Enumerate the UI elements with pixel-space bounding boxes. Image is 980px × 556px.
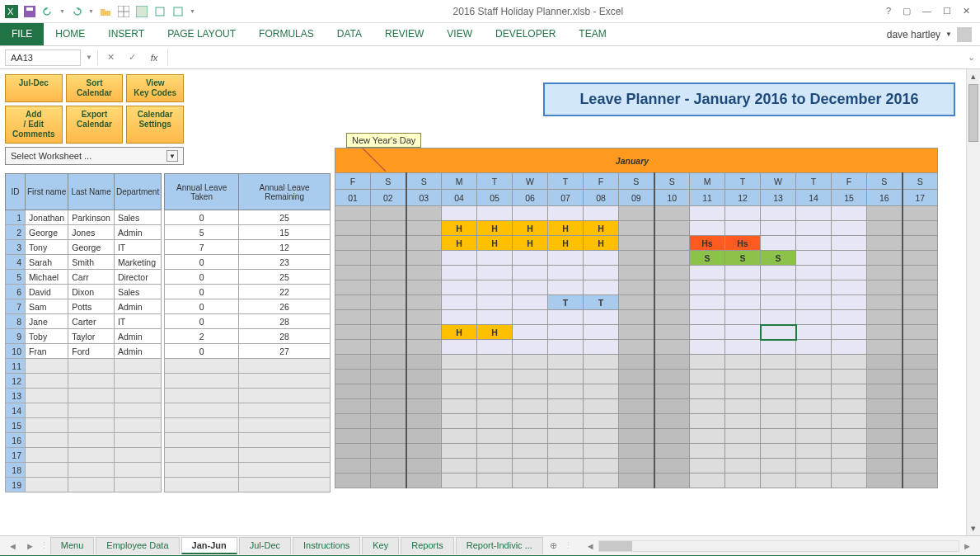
cal-cell[interactable] — [725, 280, 761, 295]
cal-cell[interactable] — [903, 206, 938, 221]
emp-remaining[interactable]: 28 — [239, 329, 331, 344]
cal-cell[interactable] — [796, 444, 832, 459]
cal-cell[interactable] — [442, 310, 477, 325]
cal-cell[interactable] — [513, 355, 548, 370]
redo-dropdown[interactable]: ▼ — [88, 8, 94, 14]
emp-remaining[interactable]: 25 — [239, 270, 331, 285]
cal-cell[interactable] — [406, 206, 442, 221]
cal-cell[interactable] — [725, 355, 761, 370]
cal-cell[interactable]: Hs — [690, 236, 725, 251]
cal-cell[interactable] — [690, 370, 725, 384]
emp-last[interactable]: Potts — [68, 299, 115, 314]
cal-cell[interactable] — [513, 325, 548, 340]
cal-cell[interactable] — [761, 355, 796, 370]
cal-cell[interactable] — [654, 384, 690, 399]
cal-cell[interactable] — [442, 384, 477, 399]
cal-cell[interactable] — [867, 295, 903, 310]
tab-insert[interactable]: INSERT — [96, 23, 156, 45]
cal-cell[interactable] — [477, 340, 513, 355]
cal-cell[interactable] — [761, 280, 796, 295]
cal-cell[interactable]: H — [477, 325, 513, 340]
cal-cell[interactable] — [584, 325, 619, 340]
cal-cell[interactable]: T — [548, 295, 584, 310]
ctrl-calendar-settings[interactable]: CalendarSettings — [126, 106, 184, 144]
cal-cell[interactable] — [903, 444, 938, 459]
emp-taken[interactable]: 0 — [165, 299, 239, 314]
tab-page-layout[interactable]: PAGE LAYOUT — [156, 23, 247, 45]
cal-cell[interactable] — [867, 474, 903, 488]
sheet-tab-reports[interactable]: Reports — [401, 537, 454, 554]
cal-cell[interactable] — [796, 384, 832, 399]
cal-cell[interactable] — [442, 280, 477, 295]
cal-cell[interactable] — [548, 384, 584, 399]
emp-first[interactable]: George — [26, 225, 68, 240]
cal-cell[interactable] — [903, 325, 938, 340]
cal-cell[interactable] — [584, 266, 619, 280]
help-icon[interactable]: ? — [886, 6, 891, 16]
cal-cell[interactable] — [832, 236, 867, 251]
cal-cell[interactable] — [619, 384, 654, 399]
cal-cell[interactable] — [584, 399, 619, 414]
emp-dept[interactable]: Marketing — [114, 255, 161, 270]
ctrl-add-edit-comments[interactable]: Add/ Edit Comments — [5, 106, 63, 144]
cal-cell[interactable] — [477, 280, 513, 295]
namebox-dropdown[interactable]: ▼ — [86, 54, 92, 61]
cal-cell[interactable] — [867, 444, 903, 459]
emp-first[interactable]: Michael — [26, 270, 68, 285]
cal-cell[interactable]: S — [761, 251, 796, 266]
scroll-thumb[interactable] — [968, 84, 978, 142]
cal-cell[interactable] — [654, 280, 690, 295]
tab-nav-prev-icon[interactable]: ◄ — [5, 541, 21, 551]
cal-cell[interactable] — [335, 280, 371, 295]
cal-cell[interactable] — [690, 474, 725, 488]
close-icon[interactable]: ✕ — [963, 6, 970, 16]
cal-cell[interactable] — [903, 310, 938, 325]
cal-cell[interactable] — [406, 310, 442, 325]
cal-cell[interactable] — [371, 414, 406, 429]
cal-cell[interactable] — [761, 384, 796, 399]
cal-cell[interactable] — [548, 340, 584, 355]
cal-cell[interactable] — [654, 399, 690, 414]
cal-cell[interactable] — [654, 355, 690, 370]
cal-cell[interactable] — [832, 399, 867, 414]
cal-cell[interactable] — [442, 206, 477, 221]
emp-id[interactable]: 17 — [6, 448, 26, 463]
maximize-icon[interactable]: ☐ — [943, 6, 951, 16]
cal-cell[interactable] — [690, 459, 725, 474]
emp-taken[interactable]: 0 — [165, 344, 239, 359]
cal-cell[interactable] — [690, 384, 725, 399]
emp-last[interactable]: Dixon — [68, 285, 115, 299]
emp-taken[interactable]: 0 — [165, 314, 239, 329]
cal-cell[interactable] — [406, 340, 442, 355]
cal-cell[interactable]: H — [513, 221, 548, 236]
cal-cell[interactable] — [654, 310, 690, 325]
cal-cell[interactable] — [690, 280, 725, 295]
emp-first[interactable]: Tony — [26, 240, 68, 255]
cal-cell[interactable] — [761, 325, 796, 340]
name-box[interactable]: AA13 — [5, 49, 81, 66]
cal-cell[interactable] — [903, 414, 938, 429]
emp-dept[interactable]: Admin — [114, 329, 161, 344]
cal-cell[interactable] — [584, 355, 619, 370]
cal-cell[interactable] — [654, 340, 690, 355]
cal-cell[interactable] — [335, 414, 371, 429]
emp-dept[interactable]: Sales — [114, 285, 161, 299]
cal-cell[interactable] — [867, 414, 903, 429]
cal-cell[interactable] — [619, 310, 654, 325]
cal-cell[interactable] — [406, 459, 442, 474]
cal-cell[interactable] — [584, 280, 619, 295]
cal-cell[interactable] — [335, 236, 371, 251]
hscroll-thumb[interactable] — [599, 541, 632, 551]
cal-cell[interactable] — [477, 429, 513, 444]
cal-cell[interactable] — [867, 310, 903, 325]
cal-cell[interactable] — [619, 474, 654, 488]
cal-cell[interactable] — [477, 414, 513, 429]
cal-cell[interactable] — [406, 370, 442, 384]
cal-cell[interactable] — [690, 310, 725, 325]
cal-cell[interactable] — [513, 444, 548, 459]
emp-dept[interactable]: IT — [114, 314, 161, 329]
cal-cell[interactable] — [761, 414, 796, 429]
emp-remaining[interactable]: 25 — [239, 210, 331, 225]
cal-cell[interactable] — [371, 444, 406, 459]
cal-cell[interactable] — [371, 474, 406, 488]
